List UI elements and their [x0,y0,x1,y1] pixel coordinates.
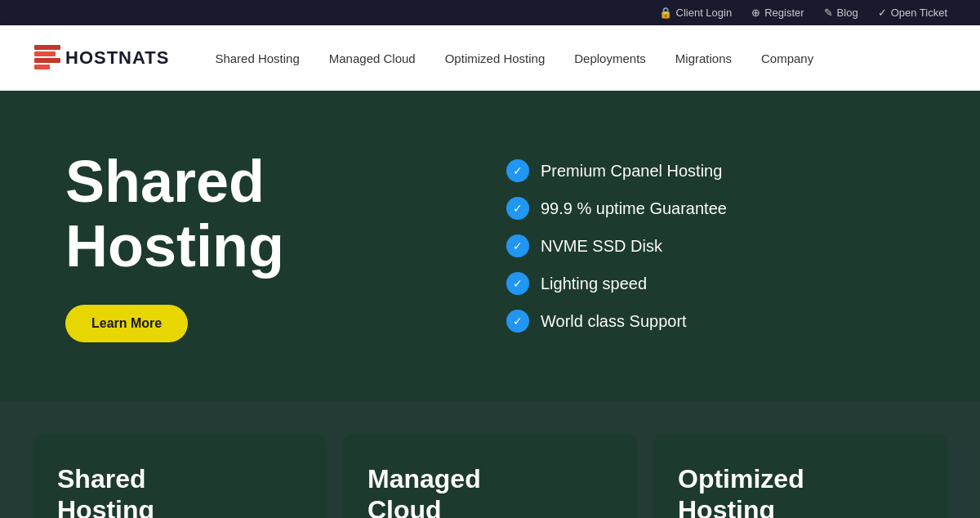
hero-right: ✓ Premium Cpanel Hosting ✓ 99.9 % uptime… [474,159,915,333]
lock-icon: 🔒 [659,7,672,19]
card-shared-hosting[interactable]: Shared Hosting [33,434,327,518]
check-icon-2: ✓ [506,197,529,220]
check-icon-4: ✓ [506,272,529,295]
register-icon: ⊕ [751,7,760,19]
logo-text: HOSTNATS [65,47,169,69]
logo-bar-2 [34,51,56,56]
check-icon-3: ✓ [506,234,529,257]
hero-left: Shared Hosting Learn More [65,150,474,342]
feature-item-5: ✓ World class Support [506,310,915,333]
card-managed-cloud-title: Managed Cloud [368,463,612,518]
logo-bar-3 [34,58,60,63]
learn-more-button[interactable]: Learn More [65,305,188,342]
client-login-label: Client Login [676,7,733,19]
open-ticket-label: Open Ticket [891,7,947,19]
feature-item-3: ✓ NVME SSD Disk [506,234,915,257]
card-managed-line2: Cloud [368,495,442,518]
card-optimized-line1: Optimized [678,464,804,493]
hero-section: Shared Hosting Learn More ✓ Premium Cpan… [0,91,980,401]
card-managed-cloud[interactable]: Managed Cloud [343,434,637,518]
main-nav: Shared Hosting Managed Cloud Optimized H… [202,45,947,72]
card-optimized-hosting[interactable]: Optimized Hosting [653,434,947,518]
register-link[interactable]: ⊕ Register [751,7,804,19]
hero-title-line2: Hosting [65,213,284,279]
feature-text-1: Premium Cpanel Hosting [541,162,722,181]
logo[interactable]: HOSTNATS [33,43,169,73]
card-optimized-line2: Hosting [678,495,775,518]
blog-icon: ✎ [824,7,833,19]
feature-text-4: Lighting speed [541,275,647,293]
blog-link[interactable]: ✎ Blog [824,7,858,19]
logo-icon [33,43,62,73]
nav-optimized-hosting[interactable]: Optimized Hosting [432,45,559,72]
top-bar: 🔒 Client Login ⊕ Register ✎ Blog ✓ Open … [0,0,980,25]
blog-label: Blog [837,7,858,19]
feature-text-3: NVME SSD Disk [541,237,662,256]
logo-bar-1 [34,45,60,50]
logo-bar-4 [34,65,50,69]
card-shared-line1: Shared [57,464,145,493]
nav-company[interactable]: Company [748,45,826,72]
card-shared-line2: Hosting [57,495,154,518]
ticket-icon: ✓ [878,7,887,19]
nav-shared-hosting[interactable]: Shared Hosting [202,45,312,72]
hero-title: Shared Hosting [65,150,474,279]
client-login-link[interactable]: 🔒 Client Login [659,7,733,19]
feature-text-2: 99.9 % uptime Guarantee [541,199,727,218]
check-icon-5: ✓ [506,310,529,333]
hero-title-line1: Shared [65,149,265,214]
feature-item-4: ✓ Lighting speed [506,272,915,295]
feature-item-2: ✓ 99.9 % uptime Guarantee [506,197,915,220]
card-shared-hosting-title: Shared Hosting [57,463,302,518]
register-label: Register [764,7,804,19]
nav-deployments[interactable]: Deployments [561,45,659,72]
feature-text-5: World class Support [541,312,687,331]
cards-section: Shared Hosting Managed Cloud Optimized H… [0,401,980,518]
check-icon-1: ✓ [506,159,529,182]
card-managed-line1: Managed [368,464,481,493]
card-optimized-hosting-title: Optimized Hosting [678,463,923,518]
header: HOSTNATS Shared Hosting Managed Cloud Op… [0,25,980,91]
open-ticket-link[interactable]: ✓ Open Ticket [878,7,947,19]
feature-item-1: ✓ Premium Cpanel Hosting [506,159,915,182]
nav-managed-cloud[interactable]: Managed Cloud [316,45,429,72]
nav-migrations[interactable]: Migrations [662,45,745,72]
